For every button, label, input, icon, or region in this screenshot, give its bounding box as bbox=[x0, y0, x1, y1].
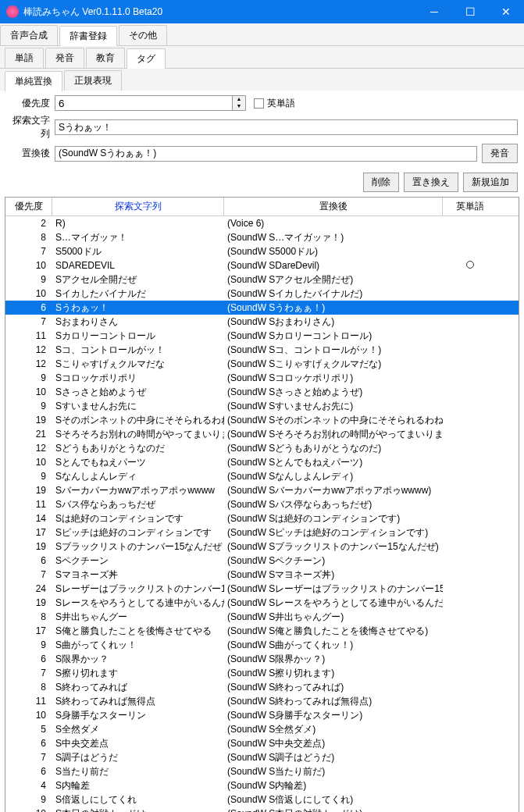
delete-button[interactable]: 削除 bbox=[363, 173, 399, 192]
add-button[interactable]: 新規追加 bbox=[463, 173, 518, 192]
close-button[interactable]: ✕ bbox=[488, 0, 524, 23]
cell-replace: (SoundW Sペクチーン) bbox=[224, 554, 443, 568]
col-priority[interactable]: 優先度 bbox=[5, 198, 52, 215]
cell-replace: (SoundW S内輪差) bbox=[224, 779, 443, 792]
cell-replace: (SoundW S中央交差点) bbox=[224, 737, 443, 750]
col-search[interactable]: 探索文字列 bbox=[52, 198, 224, 215]
priority-up-button[interactable]: ▲ bbox=[233, 96, 245, 103]
cell-priority: 6 bbox=[5, 654, 52, 664]
table-row[interactable]: 11Sバス停ならあっちだぜ(SoundW Sバス停ならあっちだぜ) bbox=[5, 497, 519, 511]
cell-search: Sマヨネーズ丼 bbox=[52, 568, 224, 582]
cell-search: Sは絶好のコンディションです bbox=[52, 512, 224, 525]
table-row[interactable]: 19Sブラックリストのナンバー15なんだぜ(SoundW Sブラックリストのナン… bbox=[5, 540, 519, 554]
sub-tab-0[interactable]: 単語 bbox=[5, 48, 44, 68]
table-row[interactable]: 19Sレースをやろうとしてる連中がいるんだ(SoundW Sレースをやろうとして… bbox=[5, 596, 519, 610]
table-row[interactable]: 9S曲がってくれッ！(SoundW S曲がってくれッ！) bbox=[5, 638, 519, 652]
cell-replace: (SoundW S井出ちゃんグー) bbox=[224, 611, 443, 624]
cell-replace: (SoundW Sカロリーコントロール) bbox=[224, 329, 443, 343]
maximize-button[interactable]: ☐ bbox=[452, 0, 488, 23]
table-row[interactable]: 7Sマヨネーズ丼(SoundW Sマヨネーズ丼) bbox=[5, 568, 519, 582]
table-row[interactable]: 8S終わってみれば(SoundW S終わってみれば) bbox=[5, 680, 519, 694]
table-row[interactable]: 10Sイカしたバイナルだ(SoundW Sイカしたバイナルだ) bbox=[5, 287, 519, 301]
table-row[interactable]: 5S全然ダメ(SoundW S全然ダメ) bbox=[5, 722, 519, 736]
col-replace[interactable]: 置換後 bbox=[224, 198, 443, 215]
table-row[interactable]: 19Sバーカバーカwwアポゥアポゥwwww(SoundW Sバーカバーカwwアポ… bbox=[5, 483, 519, 497]
table-row[interactable]: 7S擦り切れます(SoundW S擦り切れます) bbox=[5, 666, 519, 680]
replace-button[interactable]: 置き換え bbox=[404, 173, 458, 192]
eiword-checkbox[interactable] bbox=[254, 98, 264, 109]
table-row[interactable]: 24Sレーザーはブラックリストのナンバー15なんだぜ(SoundW Sレーザーは… bbox=[5, 582, 519, 596]
table-row[interactable]: 6Sうわぁッ！(SoundW Sうわぁぁ！) bbox=[5, 301, 519, 315]
table-row[interactable]: 9S倍返しにしてくれ(SoundW S倍返しにしてくれ) bbox=[5, 792, 519, 807]
table-row[interactable]: 4S内輪差(SoundW S内輪差) bbox=[5, 778, 519, 792]
cell-priority: 24 bbox=[5, 583, 52, 594]
table-row[interactable]: 9Sアクセル全開だぜ(SoundW Sアクセル全開だぜ) bbox=[5, 272, 519, 287]
cell-priority: 7 bbox=[5, 316, 52, 327]
sub-tab-2[interactable]: 教育 bbox=[86, 48, 125, 68]
cell-priority: 8 bbox=[5, 232, 52, 243]
cell-priority: 8 bbox=[5, 611, 52, 622]
table-row[interactable]: 21Sそろそろお別れの時間がやってまいりました(SoundW Sそろそろお別れの… bbox=[5, 427, 519, 441]
table-row[interactable]: 10S本日の対戦カードは(SoundW S本日の対戦カードは) bbox=[5, 807, 519, 812]
mode-tab-1[interactable]: 正規表現 bbox=[64, 70, 122, 91]
cell-priority: 9 bbox=[5, 639, 52, 650]
cell-priority: 10 bbox=[5, 386, 52, 397]
cell-priority: 7 bbox=[5, 246, 52, 257]
search-label: 探索文字列 bbox=[6, 114, 55, 141]
table-row[interactable]: 9Sすいませんお先に(SoundW Sすいませんお先に) bbox=[5, 399, 519, 413]
search-input[interactable] bbox=[55, 119, 518, 135]
cell-replace: (SoundW S当たり前だ) bbox=[224, 765, 443, 778]
table-row[interactable]: 2R)(Voice 6) bbox=[5, 216, 519, 230]
table-row[interactable]: 10S身勝手なスターリン(SoundW S身勝手なスターリン) bbox=[5, 708, 519, 722]
cell-replace: (Voice 6) bbox=[224, 218, 443, 229]
table-row[interactable]: 6Sペクチーン(SoundW Sペクチーン) bbox=[5, 554, 519, 568]
main-tab-1[interactable]: 辞書登録 bbox=[59, 26, 117, 46]
table-row[interactable]: 10Sとんでもねえパーツ(SoundW Sとんでもねえパーツ) bbox=[5, 455, 519, 469]
table-row[interactable]: 19Sそのボンネットの中身にそそられるわね(SoundW Sそのボンネットの中身… bbox=[5, 413, 519, 427]
table-row[interactable]: 6S中央交差点(SoundW S中央交差点) bbox=[5, 736, 519, 750]
table-row[interactable]: 7S5000ドル(SoundW S5000ドル) bbox=[5, 244, 519, 258]
priority-input[interactable] bbox=[55, 95, 233, 111]
minimize-button[interactable]: ─ bbox=[416, 0, 452, 23]
col-eiword[interactable]: 英単語 bbox=[443, 198, 497, 215]
table-row[interactable]: 11Sカロリーコントロール(SoundW Sカロリーコントロール) bbox=[5, 329, 519, 343]
table-row[interactable]: 9Sなんしよんレディ(SoundW Sなんしよんレディ) bbox=[5, 469, 519, 483]
sub-tab-1[interactable]: 発音 bbox=[45, 48, 84, 68]
table-row[interactable]: 14Sは絶好のコンディションです(SoundW Sは絶好のコンディションです) bbox=[5, 511, 519, 525]
main-tab-0[interactable]: 音声合成 bbox=[0, 25, 58, 45]
cell-search: S曲がってくれッ！ bbox=[52, 639, 224, 652]
table-row[interactable]: 11S終わってみれば無得点(SoundW S終わってみれば無得点) bbox=[5, 694, 519, 708]
table-row[interactable]: 8S井出ちゃんグー(SoundW S井出ちゃんグー) bbox=[5, 610, 519, 624]
table-row[interactable]: 6S当たり前だ(SoundW S当たり前だ) bbox=[5, 764, 519, 778]
table-row[interactable]: 6S限界かッ？(SoundW S限界かッ？) bbox=[5, 652, 519, 666]
table-row[interactable]: 17S俺と勝負したことを後悔させてやる(SoundW S俺と勝負したことを後悔さ… bbox=[5, 624, 519, 638]
sub-tab-3[interactable]: タグ bbox=[127, 48, 166, 69]
mode-tab-0[interactable]: 単純置換 bbox=[5, 71, 62, 91]
table-row[interactable]: 7Sおまわりさん(SoundW Sおまわりさん) bbox=[5, 315, 519, 329]
cell-search: Sアクセル全開だぜ bbox=[52, 273, 224, 287]
mode-tabs: 単純置換正規表現 bbox=[0, 69, 524, 91]
cell-search: S限界かッ？ bbox=[52, 653, 224, 666]
table-row[interactable]: 8S…マイガッァ！(SoundW S…マイガッァ！) bbox=[5, 230, 519, 244]
table-row[interactable]: 10Sさっさと始めようぜ(SoundW Sさっさと始めようぜ) bbox=[5, 385, 519, 399]
table-row[interactable]: 7S調子はどうだ(SoundW S調子はどうだ) bbox=[5, 750, 519, 764]
cell-priority: 7 bbox=[5, 752, 52, 763]
pronounce-button[interactable]: 発音 bbox=[482, 144, 518, 163]
cell-search: Sバーカバーカwwアポゥアポゥwwww bbox=[52, 484, 224, 497]
cell-replace: (SoundW S身勝手なスターリン) bbox=[224, 709, 443, 722]
cell-replace: (SoundW S曲がってくれッ！) bbox=[224, 639, 443, 652]
priority-down-button[interactable]: ▼ bbox=[233, 103, 245, 110]
table-row[interactable]: 12Sどうもありがとうなのだ(SoundW Sどうもありがとうなのだ) bbox=[5, 441, 519, 455]
cell-search: Sとんでもねえパーツ bbox=[52, 456, 224, 469]
table-row[interactable]: 10SDAREDEVIL(SoundW SDareDevil) bbox=[5, 258, 519, 272]
table-row[interactable]: 12Sコ、コントロールがッ！(SoundW Sコ、コントロールがッ！) bbox=[5, 343, 519, 357]
main-tab-2[interactable]: その他 bbox=[119, 25, 167, 45]
cell-search: S終わってみれば無得点 bbox=[52, 695, 224, 708]
replace-input[interactable] bbox=[55, 146, 477, 162]
grid-body[interactable]: 2R)(Voice 6)8S…マイガッァ！(SoundW S…マイガッァ！)7S… bbox=[5, 216, 519, 812]
table-row[interactable]: 17Sピッチは絶好のコンディションです(SoundW Sピッチは絶好のコンディシ… bbox=[5, 525, 519, 540]
cell-replace: (SoundW Sレーザーはブラックリストのナンバー15なんだぜ) bbox=[224, 582, 443, 596]
cell-replace: (SoundW Sレースをやろうとしてる連中がいるんだ) bbox=[224, 597, 443, 610]
table-row[interactable]: 9Sコロッケポリポリ(SoundW Sコロッケポリポリ) bbox=[5, 371, 519, 385]
table-row[interactable]: 12Sこりゃすげぇクルマだな(SoundW Sこりゃすげぇクルマだな) bbox=[5, 357, 519, 371]
